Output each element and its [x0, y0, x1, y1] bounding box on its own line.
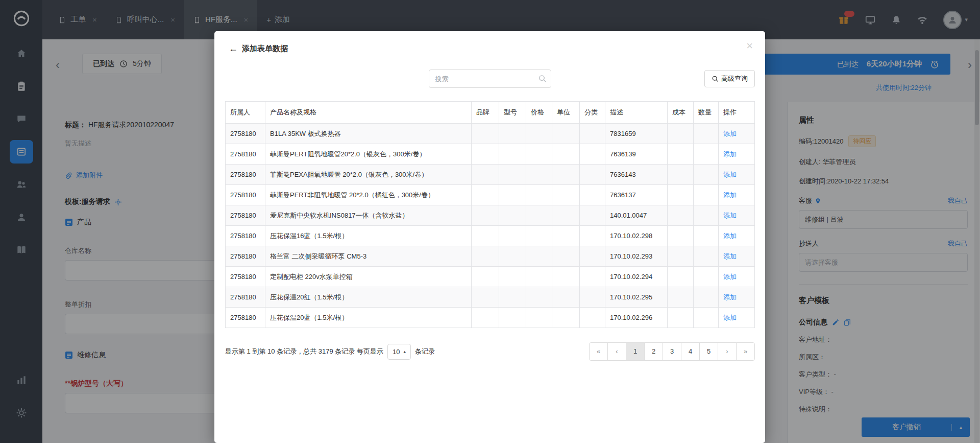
col-brand: 品牌 [472, 102, 499, 124]
page-button-4[interactable]: 4 [681, 342, 700, 361]
cell-desc: 170.10.02.293 [605, 246, 668, 267]
cell-owner: 2758180 [226, 144, 265, 165]
table-row: 2758180 压花保温20蓝（1.5米/根） 170.10.02.296 添加 [226, 308, 755, 328]
summary-suffix: 条记录 [415, 347, 435, 356]
cell-desc: 170.10.02.295 [605, 287, 668, 308]
cell-name: 爱尼克斯中央软水机INS0817一体（含软水盐） [265, 205, 472, 226]
table-header-row: 所属人 产品名称及规格 品牌 型号 价格 单位 分类 描述 成本 数量 操作 [226, 102, 755, 124]
table-row: 2758180 B1LA 35KW 板式换热器 7831659 添加 [226, 124, 755, 144]
cell-name: 压花保温20蓝（1.5米/根） [265, 308, 472, 328]
col-actions: 操作 [719, 102, 755, 124]
page-first-button[interactable]: « [589, 342, 608, 361]
col-product-name: 产品名称及规格 [265, 102, 472, 124]
pagination: « ‹ 1 2 3 4 5 › » [589, 342, 755, 361]
cell-owner: 2758180 [226, 287, 265, 308]
add-link[interactable]: 添加 [723, 212, 737, 219]
cell-owner: 2758180 [226, 246, 265, 267]
page-button-3[interactable]: 3 [663, 342, 681, 361]
table-row: 2758180 格兰富 二次侧采暖循环泵 CM5-3 170.10.02.293… [226, 246, 755, 267]
cell-desc: 170.10.02.298 [605, 226, 668, 246]
cell-owner: 2758180 [226, 165, 265, 185]
cell-name: 格兰富 二次侧采暖循环泵 CM5-3 [265, 246, 472, 267]
col-description: 描述 [605, 102, 668, 124]
cell-owner: 2758180 [226, 267, 265, 287]
table-row: 2758180 定制配电柜 220v水泵单控箱 170.10.02.294 添加 [226, 267, 755, 287]
col-model: 型号 [499, 102, 526, 124]
add-form-data-modal: ← 添加表单数据 × 高级查询 所属人 产品名称及规格 品牌 [214, 31, 765, 443]
page-button-5[interactable]: 5 [699, 342, 718, 361]
add-link[interactable]: 添加 [723, 130, 737, 137]
add-link[interactable]: 添加 [723, 314, 737, 321]
cell-name: 压花保温20红（1.5米/根） [265, 287, 472, 308]
search-icon [538, 74, 547, 85]
close-icon[interactable]: × [746, 39, 753, 53]
summary-prefix: 显示第 1 到第 10 条记录，总共 3179 条记录 每页显示 [225, 347, 383, 356]
table-row: 2758180 爱尼克斯中央软水机INS0817一体（含软水盐） 140.01.… [226, 205, 755, 226]
search-input[interactable] [429, 69, 551, 88]
cell-desc: 170.10.02.296 [605, 308, 668, 328]
page-last-button[interactable]: » [736, 342, 755, 361]
col-owner: 所属人 [226, 102, 265, 124]
products-table: 所属人 产品名称及规格 品牌 型号 价格 单位 分类 描述 成本 数量 操作 2… [225, 101, 755, 328]
cell-owner: 2758180 [226, 205, 265, 226]
modal-title: 添加表单数据 [242, 44, 288, 54]
cell-name: 压花保温16蓝（1.5米/根） [265, 226, 472, 246]
table-row: 2758180 压花保温16蓝（1.5米/根） 170.10.02.298 添加 [226, 226, 755, 246]
cell-owner: 2758180 [226, 185, 265, 205]
col-category: 分类 [580, 102, 605, 124]
cell-desc: 170.10.02.294 [605, 267, 668, 287]
cell-name: 定制配电柜 220v水泵单控箱 [265, 267, 472, 287]
page-button-2[interactable]: 2 [644, 342, 663, 361]
add-link[interactable]: 添加 [723, 252, 737, 260]
add-link[interactable]: 添加 [723, 232, 737, 240]
col-quantity: 数量 [694, 102, 719, 124]
cell-desc: 7831659 [605, 124, 668, 144]
add-link[interactable]: 添加 [723, 171, 737, 178]
table-row: 2758180 菲斯曼PERT阻氧地暖管20*2.0（银灰色，300米/卷） 7… [226, 144, 755, 165]
page-size-select[interactable]: 10 ▴ [387, 344, 411, 360]
pagination-summary: 显示第 1 到第 10 条记录，总共 3179 条记录 每页显示 10 ▴ 条记… [225, 344, 435, 360]
add-link[interactable]: 添加 [723, 191, 737, 199]
advanced-query-button[interactable]: 高级查询 [704, 70, 755, 87]
back-arrow-icon[interactable]: ← [229, 43, 238, 54]
page-size-value: 10 [393, 348, 400, 356]
cell-owner: 2758180 [226, 308, 265, 328]
table-row: 2758180 压花保温20红（1.5米/根） 170.10.02.295 添加 [226, 287, 755, 308]
page-button-1[interactable]: 1 [626, 342, 645, 361]
cell-name: 菲斯曼PERT非阻氧地暖管 20*2.0（橘红色，300米/卷） [265, 185, 472, 205]
caret-up-icon: ▴ [403, 349, 406, 354]
cell-desc: 7636139 [605, 144, 668, 165]
cell-name: 菲斯曼PEXA阻氧地暖管 20*2.0（银灰色，300米/卷） [265, 165, 472, 185]
cell-desc: 7636143 [605, 165, 668, 185]
cell-name: 菲斯曼PERT阻氧地暖管20*2.0（银灰色，300米/卷） [265, 144, 472, 165]
cell-desc: 7636137 [605, 185, 668, 205]
col-cost: 成本 [668, 102, 694, 124]
col-unit: 单位 [552, 102, 580, 124]
add-link[interactable]: 添加 [723, 273, 737, 281]
page-prev-button[interactable]: ‹ [607, 342, 626, 361]
cell-owner: 2758180 [226, 124, 265, 144]
table-row: 2758180 菲斯曼PEXA阻氧地暖管 20*2.0（银灰色，300米/卷） … [226, 165, 755, 185]
cell-name: B1LA 35KW 板式换热器 [265, 124, 472, 144]
add-link[interactable]: 添加 [723, 150, 737, 158]
add-link[interactable]: 添加 [723, 293, 737, 301]
table-row: 2758180 菲斯曼PERT非阻氧地暖管 20*2.0（橘红色，300米/卷）… [226, 185, 755, 205]
advanced-query-label: 高级查询 [721, 74, 748, 83]
page-next-button[interactable]: › [718, 342, 737, 361]
cell-owner: 2758180 [226, 226, 265, 246]
col-price: 价格 [526, 102, 552, 124]
cell-desc: 140.01.0047 [605, 205, 668, 226]
search-icon [712, 75, 719, 82]
